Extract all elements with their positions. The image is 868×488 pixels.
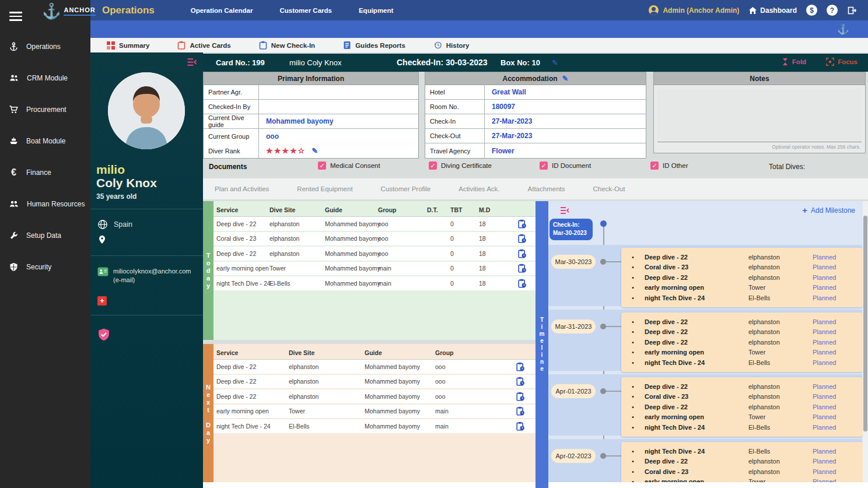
next-day-table-row: night Tech Dive - 24 El-Bells Mohammed b… (214, 419, 536, 434)
dashboard-button[interactable]: Dashboard (748, 6, 797, 15)
tab-active-cards[interactable]: Active Cards (177, 41, 230, 50)
help-button[interactable]: ? (827, 5, 838, 16)
schedule-clipboard-icon[interactable] (516, 362, 525, 371)
info-value[interactable]: 27-Mar-2023 (485, 129, 646, 143)
schedule-clipboard-icon[interactable] (518, 264, 527, 273)
edit-accommodation-pencil-icon[interactable]: ✎ (562, 74, 569, 83)
scrollbar-thumb[interactable] (863, 216, 867, 431)
milestone-date-chip[interactable]: Apr-01-2023 (551, 384, 596, 398)
service-cell: early morning open (216, 265, 270, 272)
sidebar-item-boat-module[interactable]: Boat Module (0, 133, 90, 149)
milestone-activity-row: • Deep dive - 22 elphanston Planned (621, 457, 863, 467)
wrench-icon (9, 231, 19, 240)
schedule-clipboard-icon[interactable] (518, 249, 527, 258)
module-tab-bar: Summary Active Cards New Check-In Guides… (90, 38, 868, 53)
detail-tab[interactable]: Rented Equipment (297, 185, 352, 192)
info-value[interactable]: Great Wall (485, 85, 646, 99)
activity-service: early morning open (645, 413, 748, 420)
edit-rank-pencil-icon[interactable]: ✎ (312, 146, 318, 155)
info-value[interactable] (259, 100, 418, 114)
timeline-strip: Timeline (536, 201, 548, 488)
schedule-clipboard-icon[interactable] (516, 422, 525, 431)
sidebar-item-procurement[interactable]: Procurement (0, 101, 90, 118)
shield-icon (9, 262, 19, 272)
sidebar-item-operations[interactable]: Operations (0, 38, 90, 55)
bullet-icon: • (632, 383, 634, 390)
add-milestone-button[interactable]: + Add Milestone (802, 205, 855, 215)
checkbox-checked-icon: ✓ (540, 162, 548, 170)
nav-customer-cards[interactable]: Customer Cards (279, 7, 331, 14)
tab-summary[interactable]: Summary (107, 41, 149, 50)
schedule-clipboard-icon[interactable] (518, 219, 527, 229)
dive-site-cell: elphanston (270, 235, 325, 242)
info-value[interactable]: ooo (259, 129, 418, 143)
checkbox-id-other[interactable]: ✓ ID Other (650, 162, 688, 170)
tab-history[interactable]: History (433, 41, 470, 50)
milestone-date-chip[interactable]: Mar-31-2023 (551, 320, 596, 333)
focus-button[interactable]: Focus (826, 58, 858, 66)
schedule-clipboard-icon[interactable] (516, 406, 525, 416)
milestone-activity-row: • early morning open Tower Planned (621, 412, 863, 423)
checkbox-id-document[interactable]: ✓ ID Document (540, 162, 591, 170)
add-milestone-label: Add Milestone (811, 206, 855, 215)
location-row[interactable] (97, 234, 107, 245)
sidebar-item-human-resources[interactable]: Human Resources (0, 196, 90, 212)
primary-information-table: Primary Information Partner Agr. Checked… (203, 72, 419, 159)
collapse-panel-icon[interactable] (186, 57, 197, 67)
schedule-clipboard-icon[interactable] (516, 392, 525, 401)
edit-box-pencil-icon[interactable]: ✎ (552, 58, 558, 67)
timeline-collapse-icon[interactable] (559, 206, 570, 215)
schedule-clipboard-icon[interactable] (516, 377, 525, 386)
milestone-date-chip[interactable]: Apr-02-2023 (551, 449, 596, 463)
fold-button[interactable]: Fold (782, 58, 806, 66)
sidebar-item-label: Procurement (26, 106, 66, 114)
guide-cell: Mohammed bayomy (365, 423, 435, 430)
info-value[interactable]: Flower (485, 143, 646, 158)
logout-icon[interactable] (847, 6, 858, 15)
sidebar-item-security[interactable]: Security (0, 259, 90, 275)
dive-site-cell: Tower (289, 408, 365, 415)
notes-textarea[interactable] (657, 89, 862, 142)
timeline-milestone: Mar-31-2023 • Deep dive - 22 elphanston … (548, 310, 862, 371)
shield-check-icon[interactable] (97, 328, 110, 342)
checkbox-medical-consent[interactable]: ✓ Medical Consent (318, 162, 380, 170)
checkbox-label: ID Document (552, 162, 591, 169)
star-rating[interactable]: ★★★★☆ (266, 146, 306, 155)
info-row: Checked-In By (204, 100, 418, 114)
info-label: Travel Agency (425, 143, 485, 158)
nav-equipment[interactable]: Equipment (359, 7, 393, 14)
info-value[interactable]: 180097 (485, 100, 646, 114)
detail-tab[interactable]: Activities Ack. (459, 185, 499, 192)
checkbox-diving-certificate[interactable]: ✓ Diving Certificate (429, 162, 492, 170)
anchor-quick-icon[interactable]: ⚓ (837, 23, 849, 36)
detail-tab[interactable]: Plan and Activities (215, 185, 269, 192)
schedule-clipboard-icon[interactable] (518, 279, 527, 288)
contact-card-icon (97, 267, 108, 276)
sidebar-item-crm-module[interactable]: CRM Module (0, 70, 90, 86)
group-cell: ooo (435, 393, 506, 400)
detail-tab[interactable]: Customer Profile (381, 185, 431, 192)
info-value[interactable] (259, 85, 418, 99)
milestone-date-chip[interactable]: Mar-30-2023 (551, 255, 596, 269)
billing-button[interactable]: $ (806, 5, 817, 16)
activity-dive-site: elphanston (748, 328, 813, 335)
medical-icon[interactable]: + (97, 296, 107, 306)
info-value[interactable]: 27-Mar-2023 (485, 114, 646, 128)
detail-tab[interactable]: Check-Out (593, 185, 625, 192)
sidebar-item-finance[interactable]: € Finance (0, 164, 90, 181)
timeline-scrollbar[interactable] (863, 201, 868, 488)
checkin-milestone-badge[interactable]: Check-In: Mar-30-2023 (550, 219, 593, 240)
checked-in-date: Checked-In: 30-03-2023 (397, 58, 488, 67)
tab-guides-reports[interactable]: Guides Reports (343, 41, 405, 50)
schedule-clipboard-icon[interactable] (518, 234, 527, 243)
user-menu[interactable]: Admin (Anchor Admin) (649, 5, 739, 15)
detail-tab[interactable]: Attachments (528, 185, 565, 192)
info-value[interactable]: Mohammed bayomy (259, 114, 418, 128)
euro-icon: € (9, 167, 19, 178)
tab-new-check-in[interactable]: New Check-In (259, 41, 315, 50)
activity-dive-site: elphanston (748, 339, 813, 346)
nav-operation-calendar[interactable]: Operation Calendar (191, 7, 253, 14)
tab-label: Active Cards (190, 42, 230, 49)
hamburger-menu-icon[interactable] (9, 9, 22, 23)
sidebar-item-setup-data[interactable]: Setup Data (0, 227, 90, 244)
